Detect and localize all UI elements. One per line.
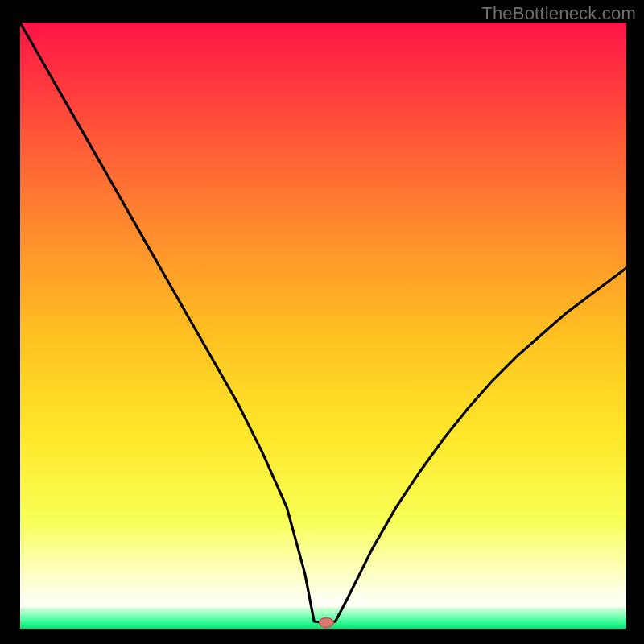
gradient-background [20, 23, 626, 629]
watermark: TheBottleneck.com [481, 3, 636, 24]
minimum-marker [319, 618, 333, 628]
bottleneck-chart [20, 23, 626, 629]
chart-frame: TheBottleneck.com [0, 0, 644, 644]
plot-area [20, 23, 626, 629]
